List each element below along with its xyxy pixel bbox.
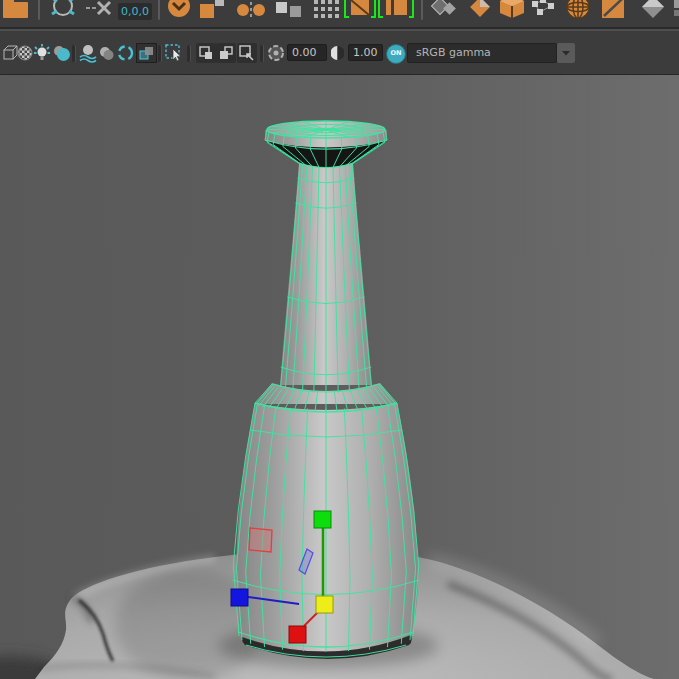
separator [421,0,423,20]
render-icon[interactable] [564,0,594,20]
exposure-icon[interactable] [268,43,284,63]
make-live-icon[interactable] [344,0,376,20]
separator [38,0,40,20]
snap-to-view-planes-icon[interactable] [274,0,304,20]
highlight-selection-icon[interactable] [48,0,78,20]
backface-culling-icon[interactable] [136,43,157,63]
separator [158,0,160,20]
isolate-view-icon[interactable] [216,43,236,63]
output-connections-icon[interactable] [466,0,496,20]
contrast-icon[interactable] [331,43,344,63]
ipr-render-icon[interactable] [600,0,628,20]
coordinates-field[interactable]: 0,0,0 [118,3,152,20]
node-cluster-icon[interactable] [530,0,556,20]
grid-icon[interactable] [312,0,344,20]
color-management-toggle[interactable]: ON [386,44,406,64]
use-default-material-icon[interactable] [17,43,33,63]
manipulator-plane-x[interactable] [249,528,272,552]
folder-icon[interactable] [2,0,30,20]
status-line: 0,0,0 [0,0,679,27]
select-highlight-icon[interactable] [164,43,184,63]
separator [187,45,190,62]
panel-toolbar: 0.00 1.00 ON sRGB gamma [0,31,679,74]
snap-to-points-icon[interactable] [86,0,114,20]
exposure-field[interactable]: 0.00 [287,44,327,61]
manipulator-z-handle[interactable] [231,589,248,606]
manipulator-center-handle[interactable] [316,596,333,613]
view-transform-dropdown[interactable]: sRGB gamma [407,43,557,63]
manipulator-x-handle[interactable] [289,626,306,643]
input-connections-icon[interactable] [430,0,460,20]
manipulator-y-handle[interactable] [314,511,331,528]
construction-history-icon[interactable] [498,0,528,20]
snap-to-curves-icon[interactable] [236,0,266,20]
isolate-select-icon[interactable] [196,43,216,63]
snap-to-grids-icon[interactable] [198,0,226,20]
separator [158,45,161,62]
maya-window: 0,0,0 0.00 [0,0,679,679]
chevron-down-icon [559,43,573,63]
make-live-alt-icon[interactable] [378,0,414,20]
viewport-canvas[interactable] [0,75,679,679]
separator [72,45,75,62]
xray-icon[interactable] [117,43,134,63]
gamma-field[interactable]: 1.00 [348,44,383,61]
dropdown-arrow-button[interactable] [557,43,575,63]
clipped-icon [674,0,679,20]
isolate-add-icon[interactable] [237,43,257,63]
separator [260,45,263,62]
textured-icon[interactable] [79,43,97,63]
render-settings-icon[interactable] [640,0,666,20]
wireframe-on-shaded-icon[interactable] [98,43,115,63]
smooth-shade-icon[interactable] [52,43,71,63]
snap-loop-icon[interactable] [166,0,192,20]
lighting-icon[interactable] [33,43,51,63]
